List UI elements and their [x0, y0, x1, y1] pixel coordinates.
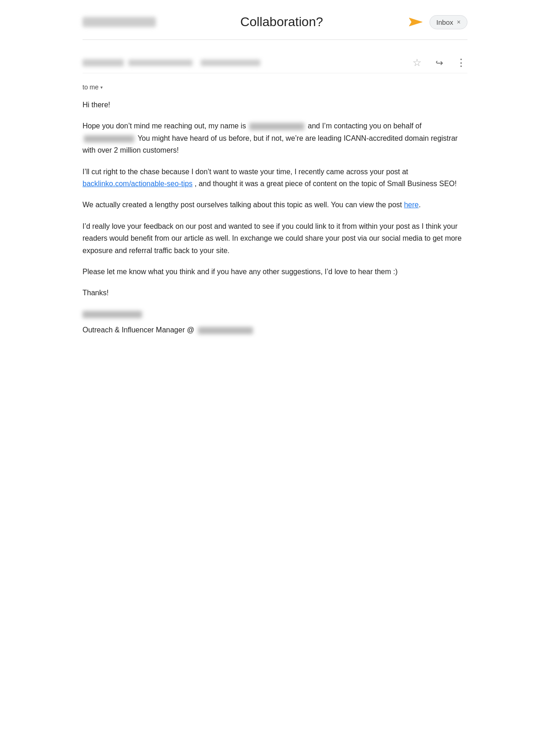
header-right: Inbox ×	[407, 14, 468, 30]
to-me-row: to me ▾	[82, 81, 468, 99]
para6: Thanks!	[82, 287, 468, 299]
greeting: Hi there!	[82, 99, 468, 111]
backlinko-link[interactable]: backlinko.com/actionable-seo-tips	[82, 180, 192, 188]
star-icon[interactable]: ☆	[411, 56, 424, 69]
sender-row: ☆ ↩ ⋮	[82, 49, 468, 73]
para4: I’d really love your feedback on our pos…	[82, 221, 468, 257]
sender-time2-blurred	[201, 60, 260, 66]
email-subject: Collaboration?	[156, 15, 407, 29]
company-domain-blurred	[84, 135, 134, 143]
to-me-dropdown-icon[interactable]: ▾	[100, 85, 103, 90]
para5: Please let me know what you think and if…	[82, 266, 468, 278]
sig-name-blurred	[82, 311, 142, 318]
email-container: Collaboration? Inbox × ☆ ↩ ⋮	[69, 0, 481, 358]
inbox-label: Inbox	[436, 18, 453, 26]
sender-name-blurred	[82, 59, 124, 66]
email-body: Hi there! Hope you don’t mind me reachin…	[82, 99, 468, 358]
sig-name-line	[82, 309, 468, 320]
action-icons: ☆ ↩ ⋮	[411, 56, 468, 69]
to-me-label[interactable]: to me ▾	[82, 83, 468, 91]
inbox-badge[interactable]: Inbox ×	[429, 15, 468, 29]
close-icon[interactable]: ×	[457, 18, 461, 26]
more-options-icon[interactable]: ⋮	[455, 56, 468, 69]
sender-name-inline-blurred	[249, 123, 304, 130]
email-header: Collaboration? Inbox ×	[82, 0, 468, 40]
forward-arrow-icon[interactable]	[407, 14, 424, 30]
sig-title-line: Outreach & Influencer Manager @	[82, 324, 468, 336]
para1: Hope you don’t mind me reaching out, my …	[82, 120, 468, 156]
reply-icon[interactable]: ↩	[433, 56, 446, 69]
para3: We actually created a lengthy post ourse…	[82, 199, 468, 211]
sender-info	[82, 59, 260, 66]
para2: I’ll cut right to the chase because I do…	[82, 166, 468, 190]
here-link[interactable]: here	[404, 201, 418, 209]
sig-company-blurred	[198, 327, 253, 334]
from-blurred	[82, 17, 156, 27]
sender-time-blurred	[128, 60, 192, 66]
signature-section: Outreach & Influencer Manager @	[82, 309, 468, 337]
svg-marker-0	[409, 18, 422, 26]
